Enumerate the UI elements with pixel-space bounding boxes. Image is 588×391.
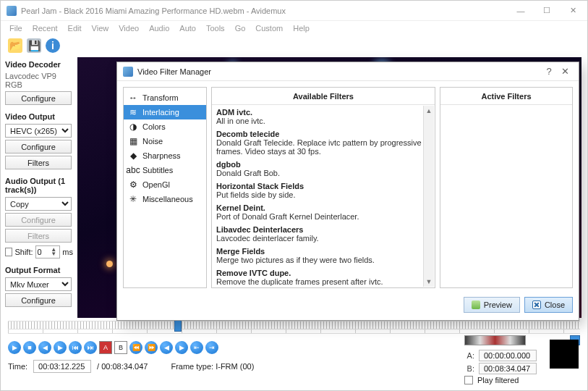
menu-item[interactable]: Video xyxy=(114,22,143,34)
menu-item[interactable]: Auto xyxy=(175,22,200,34)
open-icon[interactable]: 📂 xyxy=(8,38,22,53)
set-a-button[interactable]: A xyxy=(99,341,112,354)
audio-filters-button: Filters xyxy=(5,229,72,243)
filter-item[interactable]: ADM ivtc.All in one ivtc. xyxy=(216,108,433,125)
duration-label: / 00:08:34.047 xyxy=(97,362,148,371)
filter-desc: Port of Donald Graft Kernel Deinterlacer… xyxy=(216,212,422,221)
category-transform[interactable]: ↔Transform xyxy=(124,91,206,105)
menu-item[interactable]: File xyxy=(5,22,27,34)
set-b-button[interactable]: B xyxy=(114,341,127,354)
play-button[interactable]: ▶ xyxy=(8,341,21,354)
titlebar: Pearl Jam - Black 2016 Miami Amazing Per… xyxy=(1,1,587,21)
category-opengl[interactable]: ⚙OpenGl xyxy=(124,177,206,192)
category-colors[interactable]: ◑Colors xyxy=(124,119,206,134)
available-filters-heading: Available Filters xyxy=(212,88,435,105)
opengl-icon: ⚙ xyxy=(128,180,138,190)
filter-item[interactable]: Kernel Deint.Port of Donald Graft Kernel… xyxy=(216,203,433,221)
stop-button[interactable]: ■ xyxy=(23,341,36,354)
category-noise[interactable]: ▦Noise xyxy=(124,134,206,148)
video-output-filters-button[interactable]: Filters xyxy=(5,156,72,169)
prev-keyframe-button[interactable]: ⏮ xyxy=(69,341,82,354)
close-window-button[interactable]: ✕ xyxy=(560,1,586,20)
menu-item[interactable]: Recent xyxy=(28,22,62,34)
filter-name: Kernel Deint. xyxy=(216,203,422,212)
filter-item[interactable]: Horizontal Stack FieldsPut fields side b… xyxy=(216,182,433,199)
filter-item[interactable]: Libavdec DeinterlacersLavcodec deinterla… xyxy=(216,225,433,243)
active-filters-heading: Active Filters xyxy=(440,88,572,105)
close-button[interactable]: Close xyxy=(524,297,573,313)
mark-a-value: 00:00:00.000 xyxy=(479,350,537,361)
filter-desc: Put fields side by side. xyxy=(216,190,422,199)
category-label: Colors xyxy=(142,122,166,131)
preview-thumb xyxy=(550,340,579,369)
category-interlacing[interactable]: ≋Interlacing xyxy=(124,105,206,119)
dialog-icon xyxy=(123,67,133,77)
goto-b-button[interactable]: ⇥ xyxy=(205,341,218,354)
filter-name: Decomb telecide xyxy=(216,130,422,138)
video-output-heading: Video Output xyxy=(5,112,73,121)
goto-a-button[interactable]: ⇤ xyxy=(190,341,203,354)
next-frame-button[interactable]: ▶ xyxy=(54,341,67,354)
filter-desc: Remove the duplicate frames present afte… xyxy=(216,277,422,286)
video-output-select[interactable]: HEVC (x265) xyxy=(5,124,72,138)
shift-checkbox[interactable] xyxy=(5,248,12,256)
dialog-close-button[interactable]: ✕ xyxy=(557,66,573,77)
menu-item[interactable]: View xyxy=(88,22,114,34)
output-format-select[interactable]: Mkv Muxer xyxy=(5,277,72,291)
video-output-configure-button[interactable]: Configure xyxy=(5,140,72,154)
next-black-button[interactable]: ▶ xyxy=(175,341,188,354)
filter-item[interactable]: Decomb telecideDonald Graft Telecide. Re… xyxy=(216,130,433,156)
menu-item[interactable]: Audio xyxy=(145,22,174,34)
audio-output-select[interactable]: Copy xyxy=(5,197,72,211)
minimize-button[interactable]: — xyxy=(508,1,534,20)
miscellaneous-icon: ✳ xyxy=(128,194,138,204)
menu-item[interactable]: Tools xyxy=(202,22,229,34)
preview-button[interactable]: Preview xyxy=(464,297,520,313)
rewind-button[interactable]: ⏪ xyxy=(129,341,142,354)
filter-item[interactable]: Remove IVTC dupe.Remove the duplicate fr… xyxy=(216,269,433,286)
scrollbar[interactable]: ▲▼ xyxy=(423,106,434,287)
colors-icon: ◑ xyxy=(128,122,138,132)
available-filters-list[interactable]: ▲▼ ADM ivtc.All in one ivtc.Decomb telec… xyxy=(212,105,435,287)
active-filters-list[interactable] xyxy=(440,105,572,287)
decoder-configure-button[interactable]: Configure xyxy=(5,91,72,105)
time-field[interactable]: 00:03:12.225 xyxy=(33,360,91,373)
mark-b-label: B: xyxy=(464,364,474,373)
audio-output-heading: Audio Output (1 track(s)) xyxy=(5,177,73,194)
maximize-button[interactable]: ☐ xyxy=(534,1,560,20)
filter-name: Libavdec Deinterlacers xyxy=(216,225,422,234)
toolbar: 📂 💾 i xyxy=(1,35,587,56)
filter-item[interactable]: dgbobDonald Graft Bob. xyxy=(216,160,433,177)
audio-configure-button: Configure xyxy=(5,213,72,227)
menu-item[interactable]: Go xyxy=(231,22,250,34)
menu-item[interactable]: Help xyxy=(289,22,314,34)
category-miscellaneous[interactable]: ✳Miscellaneous xyxy=(124,192,206,206)
output-format-configure-button[interactable]: Configure xyxy=(5,293,72,307)
mark-a-label: A: xyxy=(464,351,474,360)
info-icon[interactable]: i xyxy=(46,38,60,53)
noise-icon: ▦ xyxy=(128,136,138,146)
filter-desc: Merge two pictures as if they were two f… xyxy=(216,256,422,264)
close-icon xyxy=(532,300,541,309)
thumb-strip xyxy=(464,335,526,345)
save-icon[interactable]: 💾 xyxy=(27,38,41,53)
category-label: Noise xyxy=(142,137,163,146)
dialog-title: Video Filter Manager xyxy=(137,67,211,76)
filter-item[interactable]: Merge FieldsMerge two pictures as if the… xyxy=(216,247,433,264)
shift-label: Shift: xyxy=(14,248,33,256)
category-sharpness[interactable]: ◆Sharpness xyxy=(124,148,206,163)
shift-spinner[interactable]: 0▲▼ xyxy=(35,245,61,258)
forward-button[interactable]: ⏩ xyxy=(145,341,158,354)
dialog-help-button[interactable]: ? xyxy=(541,66,557,77)
category-list: ↔Transform≋Interlacing◑Colors▦Noise◆Shar… xyxy=(123,87,207,288)
next-keyframe-button[interactable]: ⏭ xyxy=(84,341,97,354)
category-subtitles[interactable]: abcSubtitles xyxy=(124,163,206,177)
menu-item[interactable]: Edit xyxy=(64,22,86,34)
prev-black-button[interactable]: ◀ xyxy=(160,341,173,354)
menubar: File Recent Edit View Video Audio Auto T… xyxy=(1,21,587,35)
prev-frame-button[interactable]: ◀ xyxy=(38,341,51,354)
play-filtered-checkbox[interactable] xyxy=(464,376,473,384)
sharpness-icon: ◆ xyxy=(128,151,138,161)
menu-item[interactable]: Custom xyxy=(251,22,287,34)
time-label: Time: xyxy=(8,362,27,371)
